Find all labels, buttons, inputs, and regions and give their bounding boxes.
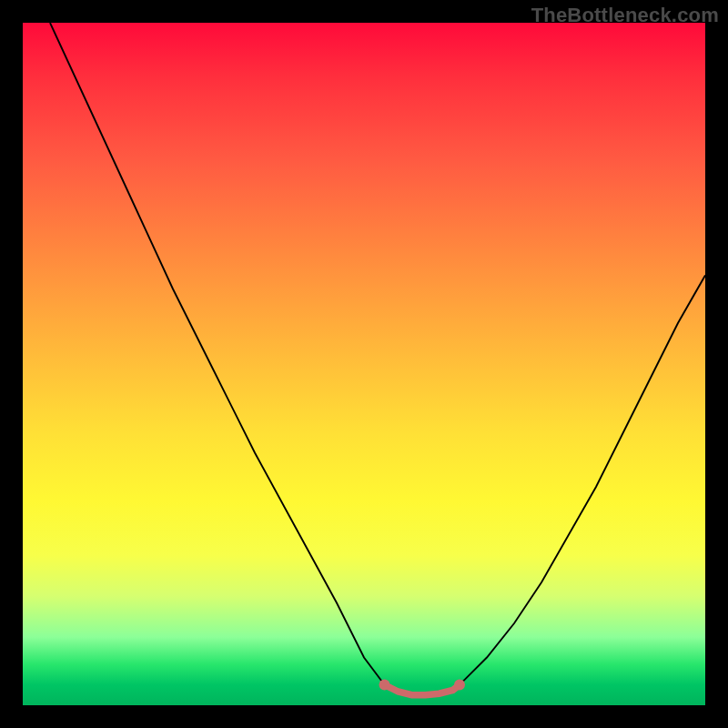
plot-area <box>23 23 705 705</box>
valley-floor-end-dot <box>454 680 465 691</box>
chart-frame: TheBottleneck.com <box>0 0 728 728</box>
watermark-text: TheBottleneck.com <box>531 4 719 27</box>
left-curve-path <box>50 23 385 685</box>
right-curve-path <box>460 276 705 685</box>
valley-floor-path <box>385 685 460 695</box>
valley-floor-start-dot <box>379 680 390 691</box>
curve-overlay <box>23 23 705 705</box>
